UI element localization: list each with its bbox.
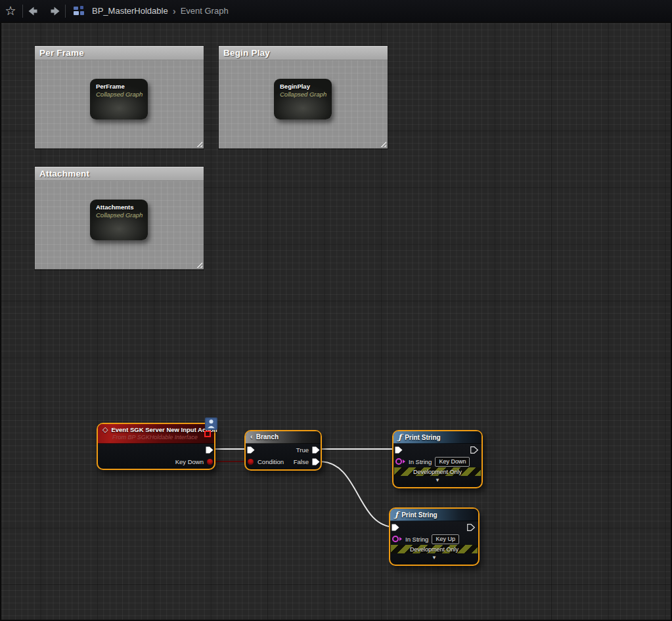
toolbar-separator: [22, 5, 23, 18]
comment-title-attachment[interactable]: Attachment: [35, 167, 204, 181]
forward-arrow-icon: [47, 6, 61, 16]
development-only-banner: Development Only: [394, 467, 481, 476]
branch-node-header[interactable]: ‹ Branch: [246, 431, 321, 444]
back-arrow-icon: [27, 6, 41, 16]
comment-body: PerFrame Collapsed Graph: [35, 60, 204, 148]
in-string-value-field[interactable]: Key Down: [435, 457, 470, 467]
in-string-label: In String: [409, 458, 432, 465]
comment-body: BeginPlay Collapsed Graph: [219, 60, 388, 148]
keydown-bool-pin[interactable]: [207, 459, 213, 465]
event-node-subtitle: From BP SGKHoldable Interface: [112, 434, 209, 440]
print-instring-row: In String Key Down: [393, 456, 482, 467]
print-instring-row: In String Key Up: [390, 533, 478, 545]
expand-advanced-caret-icon[interactable]: ▼: [435, 478, 440, 483]
comment-resize-handle[interactable]: [379, 140, 386, 147]
print-exec-row: [393, 444, 482, 456]
event-exec-out-row: [98, 444, 214, 456]
node-print-string-keyup[interactable]: ƒ Print String In String Key Up Developm…: [389, 507, 480, 566]
comment-title-per-frame[interactable]: Per Frame: [35, 46, 204, 60]
print-node-footer: ▼: [390, 553, 478, 563]
collapsed-node-title: PerFrame: [96, 83, 148, 90]
node-branch[interactable]: ‹ Branch True Condition False: [244, 430, 322, 471]
comment-resize-handle[interactable]: [195, 261, 202, 268]
print-node-title: Print String: [401, 511, 437, 519]
exec-out-pin[interactable]: [206, 446, 213, 454]
comment-body: Attachments Collapsed Graph: [35, 181, 204, 269]
branch-icon: ‹: [250, 433, 253, 440]
collapsed-node-title: Attachments: [96, 203, 148, 211]
true-pin-label: True: [296, 446, 309, 454]
false-pin-label: False: [294, 458, 309, 465]
expand-advanced-caret-icon[interactable]: ▼: [432, 555, 437, 561]
collapsed-graph-node-attachments[interactable]: Attachments Collapsed Graph: [90, 200, 148, 240]
exec-in-pin[interactable]: [247, 446, 255, 454]
print-node-header[interactable]: ƒ Print String: [390, 509, 478, 521]
breadcrumb-blueprint-name[interactable]: BP_MasterHoldable: [92, 6, 168, 16]
event-graph-canvas[interactable]: Per Frame PerFrame Collapsed Graph Begin…: [0, 22, 672, 621]
function-icon: ƒ: [398, 433, 401, 441]
exec-out-pin-unconnected[interactable]: [470, 446, 478, 454]
favorite-button[interactable]: ☆: [0, 2, 21, 20]
interface-pawn-badge-icon: [205, 418, 217, 433]
collapsed-graph-node-beginplay[interactable]: BeginPlay Collapsed Graph: [274, 79, 332, 119]
print-exec-row: [390, 521, 478, 533]
exec-in-pin[interactable]: [392, 524, 399, 531]
collapsed-node-subtitle: Collapsed Graph: [96, 211, 148, 219]
print-node-title: Print String: [405, 434, 440, 441]
breadcrumb-graph-name[interactable]: Event Graph: [181, 6, 229, 16]
false-exec-out-pin[interactable]: [312, 458, 320, 465]
collapsed-node-title: BeginPlay: [280, 83, 332, 90]
comment-box-per-frame: Per Frame PerFrame Collapsed Graph: [34, 45, 204, 150]
chevron-right-icon: ›: [173, 6, 176, 16]
condition-pin-label: Condition: [258, 458, 284, 465]
node-event-sgk-server-new-input-action[interactable]: ◇ Event SGK Server New Input Action From…: [97, 423, 215, 470]
comment-box-attachment: Attachment Attachments Collapsed Graph: [34, 166, 204, 270]
branch-exec-row: True: [246, 444, 321, 456]
in-string-pin[interactable]: [395, 458, 405, 465]
in-string-label: In String: [405, 536, 428, 543]
comment-title-begin-play[interactable]: Begin Play: [219, 46, 388, 60]
development-only-banner: Development Only: [391, 545, 478, 553]
collapsed-node-subtitle: Collapsed Graph: [280, 91, 332, 98]
print-node-header[interactable]: ƒ Print String: [393, 431, 482, 444]
comment-box-begin-play: Begin Play BeginPlay Collapsed Graph: [218, 45, 388, 150]
keydown-pin-label: Key Down: [175, 458, 204, 465]
node-print-string-keydown[interactable]: ƒ Print String In String Key Down Develo…: [392, 430, 483, 488]
print-node-footer: ▼: [393, 476, 482, 485]
branch-condition-row: Condition False: [246, 456, 321, 467]
condition-bool-pin[interactable]: [248, 459, 254, 465]
in-string-pin[interactable]: [392, 536, 402, 542]
forward-button[interactable]: [44, 2, 64, 20]
collapsed-node-subtitle: Collapsed Graph: [96, 91, 148, 98]
back-button[interactable]: [24, 2, 44, 20]
exec-in-pin[interactable]: [395, 446, 403, 454]
event-keydown-row: Key Down: [98, 456, 214, 467]
true-exec-out-pin[interactable]: [312, 446, 320, 454]
comment-resize-handle[interactable]: [195, 140, 202, 147]
blueprint-class-icon: [74, 6, 85, 16]
event-diamond-icon: ◇: [102, 426, 108, 433]
breadcrumb-toolbar: ☆ BP_MasterHoldable › Event Graph: [0, 0, 672, 22]
event-node-header[interactable]: ◇ Event SGK Server New Input Action From…: [98, 424, 214, 444]
function-icon: ƒ: [395, 511, 398, 519]
branch-node-title: Branch: [256, 433, 279, 440]
event-node-title: Event SGK Server New Input Action: [111, 426, 217, 433]
exec-out-pin-unconnected[interactable]: [467, 524, 475, 531]
collapsed-graph-node-perframe[interactable]: PerFrame Collapsed Graph: [90, 79, 148, 119]
toolbar-separator: [65, 5, 66, 18]
star-icon: ☆: [5, 5, 16, 17]
in-string-value-field[interactable]: Key Up: [432, 534, 459, 544]
